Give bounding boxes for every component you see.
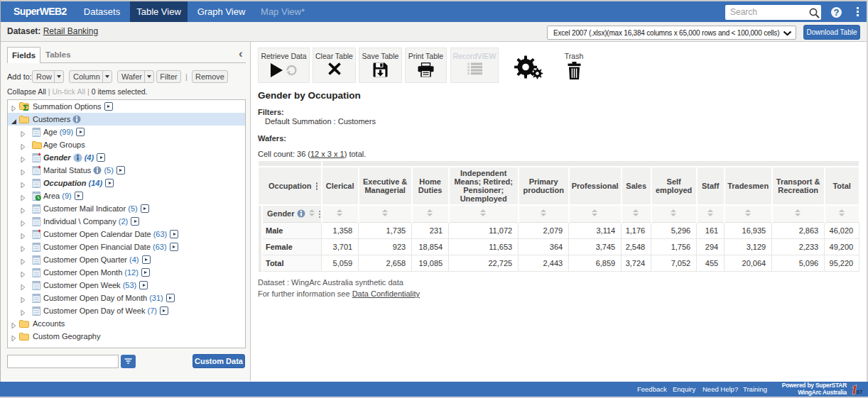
svg-text:ST: ST: [857, 389, 863, 394]
svg-text:Σ: Σ: [23, 104, 29, 111]
